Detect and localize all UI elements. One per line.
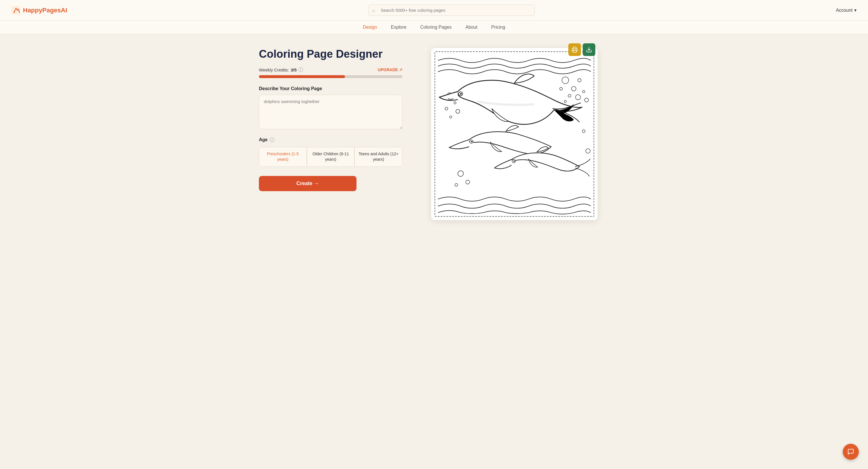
credits-progress-fill [259, 75, 345, 78]
nav-item-coloring-pages[interactable]: Coloring Pages [420, 25, 452, 30]
logo-icon [11, 6, 21, 15]
describe-textarea[interactable] [259, 95, 402, 129]
download-button[interactable] [583, 43, 595, 56]
image-actions [568, 43, 595, 56]
svg-point-10 [560, 87, 563, 90]
logo[interactable]: HappyPagesAI [11, 6, 67, 15]
search-bar: ⌕ [368, 5, 535, 16]
create-button[interactable]: Create → [259, 176, 356, 191]
svg-point-13 [445, 107, 448, 110]
svg-point-26 [582, 130, 585, 133]
nav-item-design[interactable]: Design [363, 25, 377, 30]
coloring-image [435, 51, 594, 217]
svg-point-21 [514, 160, 515, 162]
svg-point-25 [586, 149, 590, 153]
age-row: Age i [259, 137, 402, 143]
page-title: Coloring Page Designer [259, 48, 402, 61]
svg-point-6 [576, 95, 581, 100]
age-info-icon[interactable]: i [270, 137, 274, 142]
nav-item-explore[interactable]: Explore [391, 25, 406, 30]
account-menu[interactable]: Account ▾ [836, 7, 857, 13]
chat-icon [847, 448, 854, 455]
svg-point-3 [571, 86, 576, 91]
svg-point-7 [583, 90, 585, 93]
svg-point-2 [562, 77, 569, 84]
nav: Design Explore Coloring Pages About Pric… [0, 21, 868, 34]
svg-point-17 [460, 93, 462, 95]
svg-point-9 [564, 100, 566, 103]
download-icon [586, 46, 592, 53]
svg-point-15 [450, 116, 452, 118]
left-panel: Coloring Page Designer Weekly Credits: 3… [259, 48, 402, 191]
svg-point-24 [455, 183, 458, 186]
svg-point-4 [578, 79, 581, 82]
nav-item-pricing[interactable]: Pricing [491, 25, 505, 30]
upgrade-link[interactable]: UPGRADE ↗ [378, 67, 402, 72]
svg-rect-0 [11, 6, 21, 15]
search-icon: ⌕ [372, 8, 375, 13]
print-icon [571, 46, 578, 53]
svg-point-1 [14, 11, 15, 12]
credits-label: Weekly Credits: 3/5 i [259, 67, 303, 72]
logo-text: HappyPagesAI [23, 7, 67, 14]
svg-point-5 [568, 94, 571, 97]
chat-button[interactable] [843, 444, 859, 460]
age-option-preschoolers[interactable]: Preschoolers (1-5 years) [259, 147, 307, 167]
svg-point-19 [471, 141, 472, 143]
chevron-down-icon: ▾ [854, 7, 857, 13]
describe-label: Describe Your Coloring Page [259, 86, 402, 91]
age-label: Age [259, 137, 268, 143]
nav-item-about[interactable]: About [465, 25, 477, 30]
credits-row: Weekly Credits: 3/5 i UPGRADE ↗ [259, 67, 402, 72]
image-container [431, 48, 598, 220]
search-input[interactable] [368, 5, 535, 16]
credits-progress-bar [259, 75, 402, 78]
main-content: Coloring Page Designer Weekly Credits: 3… [247, 34, 621, 234]
right-panel [420, 48, 609, 220]
age-option-teens-adults[interactable]: Teens and Adults (12+ years) [354, 147, 402, 167]
svg-point-8 [584, 98, 588, 102]
age-options: Preschoolers (1-5 years) Older Children … [259, 147, 402, 167]
header: HappyPagesAI ⌕ Account ▾ [0, 0, 868, 21]
svg-point-14 [456, 110, 460, 113]
svg-point-22 [458, 171, 464, 177]
credits-info-icon[interactable]: i [299, 67, 303, 72]
svg-point-23 [466, 180, 470, 184]
age-option-older-children[interactable]: Older Children (6-11 years) [307, 147, 355, 167]
account-label: Account [836, 8, 852, 13]
print-button[interactable] [568, 43, 581, 56]
svg-point-12 [454, 102, 456, 104]
